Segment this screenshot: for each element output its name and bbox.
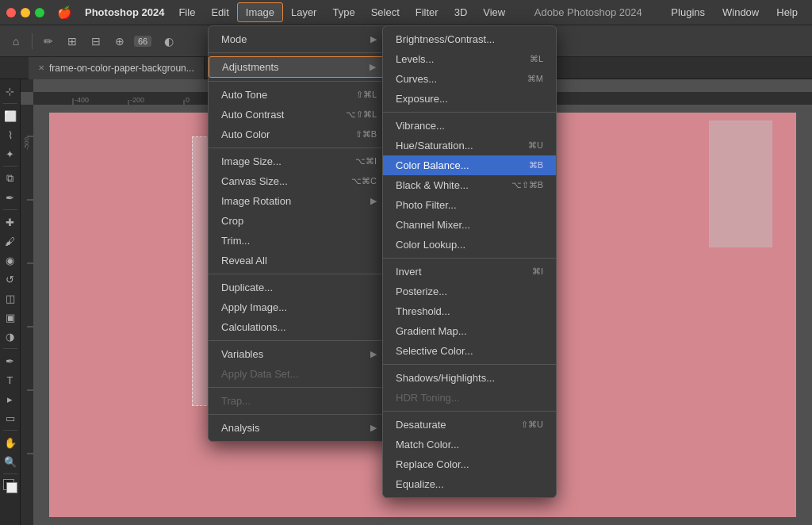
menu-window[interactable]: Window bbox=[714, 3, 767, 21]
brush-angle-icon[interactable]: ◐ bbox=[159, 32, 178, 51]
brush-size-value: 66 bbox=[134, 36, 151, 47]
history-brush-icon[interactable]: ↺ bbox=[2, 270, 19, 288]
menu-item-analysis[interactable]: Analysis ▶ bbox=[209, 418, 389, 438]
menu-view[interactable]: View bbox=[475, 3, 513, 21]
menu-item-canvas-size[interactable]: Canvas Size... ⌥⌘C bbox=[209, 171, 389, 191]
submenu-arrow: ▶ bbox=[370, 423, 377, 433]
menu-item-apply-image[interactable]: Apply Image... bbox=[209, 297, 389, 317]
close-button[interactable] bbox=[6, 8, 16, 17]
menu-3d[interactable]: 3D bbox=[446, 3, 476, 21]
pen-tool-icon[interactable]: ✒ bbox=[2, 352, 19, 370]
menu-item-desaturate[interactable]: Desaturate ⇧⌘U bbox=[383, 415, 556, 435]
menu-item-color-lookup[interactable]: Color Lookup... bbox=[383, 235, 556, 255]
menu-item-color-balance[interactable]: Color Balance... ⌘B bbox=[383, 155, 556, 175]
apple-menu[interactable]: 🍎 bbox=[51, 6, 79, 20]
menu-type[interactable]: Type bbox=[324, 3, 362, 21]
eyedropper-icon[interactable]: ✒ bbox=[2, 189, 19, 206]
separator bbox=[383, 364, 556, 365]
submenu-arrow: ▶ bbox=[370, 34, 377, 44]
menu-item-gradient-map[interactable]: Gradient Map... bbox=[383, 321, 556, 341]
menu-item-auto-color[interactable]: Auto Color ⇧⌘B bbox=[209, 125, 389, 144]
menu-image[interactable]: Image bbox=[237, 2, 283, 22]
clone-stamp-icon[interactable]: ◉ bbox=[2, 251, 19, 269]
menu-item-curves[interactable]: Curves... ⌘M bbox=[383, 69, 556, 89]
crop-tool-icon[interactable]: ⧉ bbox=[2, 170, 19, 187]
menu-item-channel-mixer[interactable]: Channel Mixer... bbox=[383, 215, 556, 235]
brush-alt-icon[interactable]: ⊟ bbox=[86, 32, 105, 51]
path-select-icon[interactable]: ▸ bbox=[2, 390, 19, 408]
separator bbox=[209, 52, 389, 53]
menu-item-equalize[interactable]: Equalize... bbox=[383, 474, 556, 494]
menu-item-shadows-highlights[interactable]: Shadows/Highlights... bbox=[383, 368, 556, 388]
adjustments-submenu: Brightness/Contrast... Levels... ⌘L Curv… bbox=[382, 25, 557, 498]
hand-tool-icon[interactable]: ✋ bbox=[2, 434, 19, 451]
menu-item-invert[interactable]: Invert ⌘I bbox=[383, 262, 556, 282]
svg-text:-400: -400 bbox=[75, 96, 89, 104]
menu-item-image-rotation[interactable]: Image Rotation ▶ bbox=[209, 191, 389, 211]
menu-help[interactable]: Help bbox=[768, 3, 806, 21]
menu-edit[interactable]: Edit bbox=[203, 3, 236, 21]
home-icon[interactable]: ⌂ bbox=[6, 32, 25, 51]
foreground-color-icon[interactable] bbox=[2, 477, 19, 495]
menu-item-selective-color[interactable]: Selective Color... bbox=[383, 341, 556, 361]
eraser-icon[interactable]: ◫ bbox=[2, 289, 19, 307]
menu-item-crop[interactable]: Crop bbox=[209, 211, 389, 231]
heal-brush-icon[interactable]: ✚ bbox=[2, 213, 19, 231]
magic-wand-icon[interactable]: ✦ bbox=[2, 145, 19, 163]
menu-plugins[interactable]: Plugins bbox=[663, 3, 713, 21]
menu-item-adjustments[interactable]: Adjustments ▶ bbox=[209, 56, 389, 78]
menu-item-variables[interactable]: Variables ▶ bbox=[209, 344, 389, 364]
minimize-button[interactable] bbox=[21, 8, 30, 17]
submenu-arrow: ▶ bbox=[370, 349, 377, 359]
menu-item-photo-filter[interactable]: Photo Filter... bbox=[383, 195, 556, 215]
menu-item-image-size[interactable]: Image Size... ⌥⌘I bbox=[209, 151, 389, 171]
menu-item-hue-saturation[interactable]: Hue/Saturation... ⌘U bbox=[383, 136, 556, 155]
brush-options-icon[interactable]: ⊞ bbox=[63, 32, 82, 51]
menu-item-reveal-all[interactable]: Reveal All bbox=[209, 251, 389, 270]
menu-item-exposure[interactable]: Exposure... bbox=[383, 89, 556, 109]
brush-icon[interactable]: 🖌 bbox=[2, 232, 19, 250]
brush-size-icon[interactable]: ⊕ bbox=[110, 32, 129, 51]
dodge-icon[interactable]: ◑ bbox=[2, 328, 19, 345]
marquee-tool-icon[interactable]: ⬜ bbox=[2, 107, 19, 125]
move-tool-icon[interactable]: ⊹ bbox=[2, 82, 19, 100]
left-toolbar: ⊹ ⬜ ⌇ ✦ ⧉ ✒ ✚ 🖌 ◉ ↺ ◫ ▣ ◑ ✒ T ▸ ▭ ✋ 🔍 bbox=[0, 79, 21, 525]
separator bbox=[383, 258, 556, 259]
menu-item-brightness-contrast[interactable]: Brightness/Contrast... bbox=[383, 29, 556, 49]
zoom-tool-icon[interactable]: 🔍 bbox=[2, 453, 19, 470]
menu-layer[interactable]: Layer bbox=[283, 3, 325, 21]
separator bbox=[209, 340, 389, 341]
menubar: 🍎 Photoshop 2024 File Edit Image Layer T… bbox=[0, 0, 812, 25]
menu-item-duplicate[interactable]: Duplicate... bbox=[209, 278, 389, 297]
tab-close-icon[interactable]: ✕ bbox=[38, 63, 44, 72]
menu-item-mode[interactable]: Mode ▶ bbox=[209, 29, 389, 49]
text-tool-icon[interactable]: T bbox=[2, 371, 19, 389]
menu-item-auto-tone[interactable]: Auto Tone ⇧⌘L bbox=[209, 85, 389, 105]
toolbar-divider-3 bbox=[3, 209, 17, 210]
menu-item-auto-contrast[interactable]: Auto Contrast ⌥⇧⌘L bbox=[209, 105, 389, 125]
menu-item-trap: Trap... bbox=[209, 391, 389, 411]
shape-tool-icon[interactable]: ▭ bbox=[2, 409, 19, 427]
svg-rect-13 bbox=[21, 105, 33, 525]
menu-item-trim[interactable]: Trim... bbox=[209, 231, 389, 251]
menu-item-black-white[interactable]: Black & White... ⌥⇧⌘B bbox=[383, 175, 556, 195]
menu-filter[interactable]: Filter bbox=[408, 3, 446, 21]
menu-item-posterize[interactable]: Posterize... bbox=[383, 282, 556, 301]
menu-item-replace-color[interactable]: Replace Color... bbox=[383, 454, 556, 474]
menu-item-vibrance[interactable]: Vibrance... bbox=[383, 116, 556, 136]
menu-item-threshold[interactable]: Threshold... bbox=[383, 301, 556, 321]
gradient-icon[interactable]: ▣ bbox=[2, 308, 19, 326]
menu-item-calculations[interactable]: Calculations... bbox=[209, 317, 389, 337]
app-name: Photoshop 2024 bbox=[79, 6, 170, 18]
separator bbox=[209, 274, 389, 274]
menu-select[interactable]: Select bbox=[363, 3, 408, 21]
svg-text:-200: -200 bbox=[130, 96, 144, 104]
menu-item-levels[interactable]: Levels... ⌘L bbox=[383, 49, 556, 69]
document-tab[interactable]: ✕ frame-on-color-paper-backgroun... bbox=[29, 57, 205, 79]
maximize-button[interactable] bbox=[35, 8, 44, 17]
menu-file[interactable]: File bbox=[170, 3, 203, 21]
brush-tool-icon[interactable]: ✏ bbox=[39, 32, 58, 51]
ruler-vertical: -500 bbox=[21, 105, 33, 525]
menu-item-match-color[interactable]: Match Color... bbox=[383, 435, 556, 454]
lasso-tool-icon[interactable]: ⌇ bbox=[2, 126, 19, 144]
